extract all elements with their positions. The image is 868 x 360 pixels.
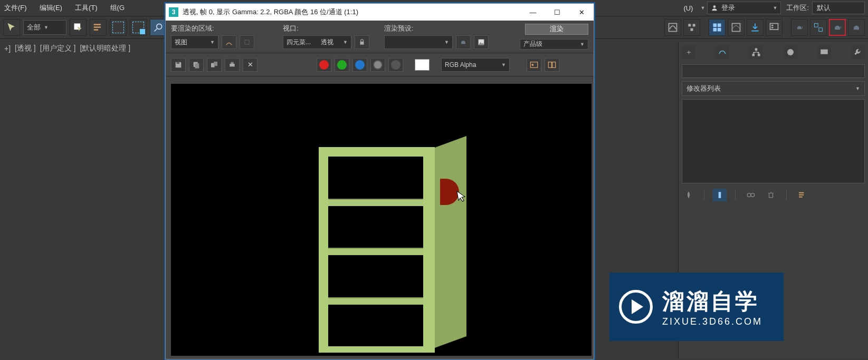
play-icon: [619, 290, 653, 324]
viewport-dropdown[interactable]: 四元菜... 透视 ▼: [283, 35, 351, 49]
toggle-ui-b-icon[interactable]: [545, 58, 559, 72]
modifier-list-dropdown[interactable]: 修改器列表 ▼: [682, 81, 865, 96]
chevron-down-icon: ▼: [44, 25, 49, 30]
minimize-button[interactable]: —: [521, 4, 545, 21]
teapot-active-shade-icon[interactable]: [848, 19, 865, 36]
chevron-down-icon: ▼: [855, 86, 860, 91]
select-by-name-icon[interactable]: [90, 19, 107, 36]
vp-plus[interactable]: +]: [4, 44, 11, 53]
toggle-ui-a-icon[interactable]: [527, 58, 541, 72]
copy-image-icon[interactable]: [189, 58, 204, 72]
menu-file[interactable]: 文件(F): [4, 3, 27, 13]
arrow-tool-icon[interactable]: [3, 19, 20, 36]
menu-tools[interactable]: 工具(T): [75, 3, 98, 13]
render-button[interactable]: 渲染: [525, 24, 588, 35]
svg-rect-2: [94, 24, 101, 25]
mono-channel-icon[interactable]: [388, 58, 403, 72]
region-edit-icon[interactable]: [222, 35, 236, 49]
render-production-icon[interactable]: [829, 19, 846, 36]
environment-icon[interactable]: [474, 35, 489, 49]
object-name-input[interactable]: [682, 64, 865, 78]
viewport-label: 视口:: [283, 24, 378, 33]
select-move-icon[interactable]: [150, 19, 167, 36]
viewport-value-right: 透视: [321, 38, 333, 47]
production-dropdown[interactable]: 产品级 ▼: [520, 39, 588, 50]
svg-rect-38: [821, 50, 828, 54]
pin-stack-icon[interactable]: [682, 189, 695, 201]
close-button[interactable]: ✕: [569, 4, 594, 21]
red-channel-icon[interactable]: [317, 58, 331, 72]
menu-u[interactable]: (U): [683, 4, 693, 12]
modifier-stack[interactable]: [682, 99, 865, 183]
render-window-icon[interactable]: [810, 19, 827, 36]
make-unique-icon[interactable]: [744, 189, 758, 201]
window-titlebar[interactable]: 3 透视, 帧 0, 显示 Gamma: 2.2, RGBA 颜色 16 位/通…: [166, 4, 594, 21]
vp-perspective[interactable]: [透视 ]: [15, 44, 36, 53]
svg-point-31: [531, 64, 533, 66]
alpha-channel-icon[interactable]: [370, 58, 385, 72]
area-label: 要渲染的区域:: [171, 24, 276, 33]
svg-rect-4: [94, 29, 98, 31]
chevron-down-icon: ▼: [580, 42, 585, 47]
area-dropdown[interactable]: 视图 ▼: [171, 35, 218, 49]
clone-frame-icon[interactable]: [207, 58, 222, 72]
rectangular-region-icon[interactable]: [110, 19, 127, 36]
show-end-result-icon[interactable]: [713, 189, 727, 201]
render-output-viewport: [166, 76, 594, 356]
remove-modifier-icon[interactable]: [764, 189, 778, 201]
svg-rect-13: [718, 28, 721, 32]
channel-value: RGB Alpha: [445, 61, 476, 69]
material-editor-icon[interactable]: [709, 19, 726, 36]
color-swatch[interactable]: [415, 59, 430, 71]
maximize-button[interactable]: ☐: [545, 4, 569, 21]
svg-point-37: [787, 49, 794, 55]
select-object-icon[interactable]: [70, 19, 87, 36]
utilities-tab-icon[interactable]: [851, 45, 865, 59]
vp-userdef[interactable]: [用户定义 ]: [40, 44, 76, 53]
svg-rect-43: [799, 192, 804, 193]
watermark-overlay: 溜溜自学 ZIXUE.3D66.COM: [609, 273, 784, 341]
svg-rect-39: [719, 192, 721, 198]
region-crop-icon[interactable]: [240, 35, 254, 49]
workspace-dropdown[interactable]: 默认: [812, 2, 865, 14]
lock-icon[interactable]: [355, 35, 369, 49]
render-setup-teapot-icon[interactable]: [456, 35, 471, 49]
menu-group[interactable]: 组(G: [110, 3, 125, 13]
motion-tab-icon[interactable]: [784, 45, 797, 59]
panel-icon[interactable]: [728, 19, 745, 36]
schematic-view-icon[interactable]: [683, 19, 700, 36]
render-setup-icon[interactable]: [766, 19, 783, 36]
production-value: 产品级: [523, 40, 542, 48]
display-tab-icon[interactable]: [817, 45, 831, 59]
modifier-stack-toolbar: [682, 189, 865, 201]
chevron-down-icon[interactable]: ▼: [700, 5, 705, 11]
viewport-value-left: 四元菜...: [287, 38, 311, 47]
selection-filter-dropdown[interactable]: 全部 ▼: [23, 20, 66, 35]
green-channel-icon[interactable]: [335, 58, 349, 72]
curve-editor-icon[interactable]: [664, 19, 681, 36]
window-crossing-icon[interactable]: [130, 19, 147, 36]
modifier-list-label: 修改器列表: [686, 84, 721, 93]
svg-rect-11: [718, 24, 721, 27]
clear-icon[interactable]: ✕: [243, 58, 257, 72]
configure-sets-icon[interactable]: [795, 189, 809, 201]
window-title: 透视, 帧 0, 显示 Gamma: 2.2, RGBA 颜色 16 位/通道 …: [183, 7, 358, 17]
watermark-url: ZIXUE.3D66.COM: [662, 316, 762, 327]
create-tab-icon[interactable]: ＋: [682, 45, 695, 59]
hierarchy-tab-icon[interactable]: [749, 45, 763, 59]
modify-tab-icon[interactable]: [716, 45, 729, 59]
vp-shading[interactable]: [默认明暗处理 ]: [80, 44, 130, 53]
channel-dropdown[interactable]: RGB Alpha ▼: [441, 58, 510, 72]
menu-edit[interactable]: 编辑(E): [40, 3, 62, 13]
watermark-title: 溜溜自学: [662, 287, 762, 316]
login-dropdown[interactable]: 登录 ▼: [707, 2, 781, 14]
svg-rect-36: [758, 54, 760, 56]
workspace-value: 默认: [817, 3, 831, 13]
save-image-icon[interactable]: [171, 58, 186, 72]
download-icon[interactable]: [747, 19, 764, 36]
cursor-icon: [456, 188, 469, 206]
preset-dropdown[interactable]: ▼: [384, 35, 453, 49]
print-icon[interactable]: [225, 58, 240, 72]
blue-channel-icon[interactable]: [352, 58, 367, 72]
teapot-render-frame-icon[interactable]: [791, 19, 808, 36]
